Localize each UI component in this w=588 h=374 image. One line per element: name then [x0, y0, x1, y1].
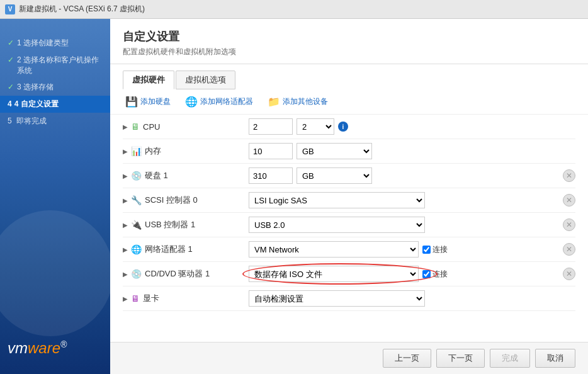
scsi-icon: 🔧 — [131, 195, 142, 205]
add-other-button[interactable]: 📁 添加其他设备 — [265, 94, 331, 109]
expand-icon-cpu[interactable]: ▶ — [123, 123, 128, 130]
cdrom1-select[interactable]: 数据存储 ISO 文件客户端设备主机设备 — [249, 266, 419, 282]
hw-row-display: ▶ 🖥 显卡 自动检测设置 — [123, 286, 575, 311]
sidebar-step-4[interactable]: 44 自定义设置 — [0, 96, 110, 113]
scsi0-select[interactable]: LSI Logic SASLSI Logic ParallelVMware Pa… — [249, 192, 425, 208]
hw-label-text-nic1: 网络适配器 1 — [145, 244, 193, 255]
expand-icon-hdd1[interactable]: ▶ — [123, 173, 128, 179]
hw-label-display: ▶ 🖥 显卡 — [123, 293, 249, 304]
nic-toolbar-icon: 🌐 — [185, 96, 198, 108]
display-select[interactable]: 自动检测设置 — [249, 290, 425, 307]
remove-scsi0-button[interactable]: ✕ — [563, 194, 575, 207]
close-icon: ✕ — [566, 269, 572, 278]
titlebar: V 新建虚拟机 - VCSA (ESXi 6.7 虚拟机) — [0, 0, 588, 19]
cancel-button[interactable]: 取消 — [535, 349, 575, 368]
hdd1-unit-select[interactable]: GB MB — [297, 167, 372, 184]
main-layout: ✓1 选择创建类型✓2 选择名称和客户机操作系统✓3 选择存储44 自定义设置5… — [0, 19, 588, 374]
other-toolbar-icon: 📁 — [268, 96, 280, 108]
hardware-table: ▶ 🖥 CPU 1248 i ▶ 📊 内存 GB MB ▶ 💿 硬盘 1 GB — [110, 115, 588, 342]
net-icon: 🌐 — [131, 244, 142, 254]
hw-row-nic1: ▶ 🌐 网络适配器 1 VM NetworkManagement Network… — [123, 237, 575, 262]
remove-usb1-button[interactable]: ✕ — [563, 218, 575, 231]
hw-row-usb1: ▶ 🔌 USB 控制器 1 USB 2.0USB 3.0 ✕ — [123, 213, 575, 237]
close-icon: ✕ — [566, 245, 572, 254]
memory-unit-select[interactable]: GB MB — [297, 143, 372, 159]
step-check-icon: ✓ — [8, 82, 14, 93]
remove-hdd1-button[interactable]: ✕ — [563, 169, 575, 182]
step-label: 即将完成 — [14, 116, 47, 127]
cd-icon: 💿 — [131, 269, 142, 279]
hw-label-hdd1: ▶ 💿 硬盘 1 — [123, 170, 249, 181]
sidebar-step-3[interactable]: ✓3 选择存储 — [0, 79, 110, 96]
expand-icon-nic1[interactable]: ▶ — [123, 246, 128, 253]
hw-row-scsi0: ▶ 🔧 SCSI 控制器 0 LSI Logic SASLSI Logic Pa… — [123, 188, 575, 213]
step-number: 5 — [8, 116, 12, 127]
sidebar-step-2[interactable]: ✓2 选择名称和客户机操作系统 — [0, 52, 110, 79]
cpu-icon: 🖥 — [131, 122, 140, 132]
finish-button[interactable]: 完成 — [490, 349, 530, 368]
add-nic-label: 添加网络适配器 — [200, 96, 253, 107]
hw-label-nic1: ▶ 🌐 网络适配器 1 — [123, 244, 249, 255]
hdd-toolbar-icon: 💾 — [125, 96, 138, 108]
hw-row-hdd1: ▶ 💿 硬盘 1 GB MB ✕ — [123, 164, 575, 188]
step-number: 4 — [8, 99, 12, 110]
hw-label-text-cpu: CPU — [143, 122, 160, 132]
hw-row-cpu: ▶ 🖥 CPU 1248 i — [123, 115, 575, 139]
add-hdd-button[interactable]: 💾 添加硬盘 — [123, 94, 173, 109]
sidebar-step-1[interactable]: ✓1 选择创建类型 — [0, 35, 110, 52]
usb1-select[interactable]: USB 2.0USB 3.0 — [249, 217, 425, 233]
hdd-icon: 💿 — [131, 171, 142, 181]
hw-controls-hdd1: GB MB ✕ — [249, 167, 575, 184]
info-icon-cpu[interactable]: i — [338, 122, 348, 132]
expand-icon-memory[interactable]: ▶ — [123, 148, 128, 155]
expand-icon-display[interactable]: ▶ — [123, 295, 128, 302]
add-hdd-label: 添加硬盘 — [140, 96, 171, 107]
display-icon: 🖥 — [131, 293, 140, 303]
usb-icon: 🔌 — [131, 220, 142, 230]
hardware-toolbar: 💾 添加硬盘 🌐 添加网络适配器 📁 添加其他设备 — [110, 89, 588, 115]
prev-button[interactable]: 上一页 — [383, 349, 431, 368]
content-header: 自定义设置 配置虚拟机硬件和虚拟机附加选项 — [110, 19, 588, 64]
next-button[interactable]: 下一页 — [436, 349, 485, 368]
nic1-connect-label: 连接 — [422, 244, 448, 255]
sidebar-steps: ✓1 选择创建类型✓2 选择名称和客户机操作系统✓3 选择存储44 自定义设置5… — [0, 28, 110, 332]
remove-cdrom1-button[interactable]: ✕ — [563, 268, 575, 280]
sidebar-logo: vmware® — [0, 332, 110, 365]
app-icon: V — [5, 4, 15, 14]
close-icon: ✕ — [566, 220, 572, 229]
hw-row-cdrom1: ▶ 💿 CD/DVD 驱动器 1 数据存储 ISO 文件客户端设备主机设备 连接… — [123, 262, 575, 286]
close-icon: ✕ — [566, 171, 572, 180]
nic1-select[interactable]: VM NetworkManagement Network — [249, 241, 419, 258]
close-icon: ✕ — [566, 196, 572, 205]
hdd1-value-input[interactable] — [249, 167, 293, 184]
sidebar-step-5[interactable]: 5 即将完成 — [0, 113, 110, 130]
content-area: 自定义设置 配置虚拟机硬件和虚拟机附加选项 虚拟硬件 虚拟机选项 💾 添加硬盘 … — [110, 19, 588, 374]
hw-controls-usb1: USB 2.0USB 3.0 ✕ — [249, 217, 575, 233]
step-label: 4 自定义设置 — [14, 99, 59, 110]
cpu-value-input[interactable] — [249, 118, 293, 135]
step-label: 3 选择存储 — [17, 82, 54, 93]
tab-vm-options[interactable]: 虚拟机选项 — [176, 71, 235, 89]
step-check-icon: ✓ — [8, 38, 14, 48]
add-nic-button[interactable]: 🌐 添加网络适配器 — [183, 94, 256, 109]
footer: 上一页 下一页 完成 取消 — [110, 342, 588, 374]
cdrom1-connect-label: 连接 — [422, 269, 448, 280]
hw-label-cdrom1: ▶ 💿 CD/DVD 驱动器 1 — [123, 268, 249, 280]
expand-icon-cdrom1[interactable]: ▶ — [123, 271, 128, 278]
nic1-connect-text: 连接 — [433, 244, 448, 255]
tab-virtual-hardware[interactable]: 虚拟硬件 — [123, 71, 174, 89]
step-label: 2 选择名称和客户机操作系统 — [17, 55, 103, 76]
tab-bar: 虚拟硬件 虚拟机选项 — [110, 64, 588, 89]
add-other-label: 添加其他设备 — [283, 96, 328, 107]
expand-icon-scsi0[interactable]: ▶ — [123, 197, 128, 204]
expand-icon-usb1[interactable]: ▶ — [123, 222, 128, 229]
hw-label-text-cdrom1: CD/DVD 驱动器 1 — [145, 268, 210, 280]
cpu-select[interactable]: 1248 — [297, 118, 334, 135]
step-check-icon: ✓ — [8, 55, 14, 65]
remove-nic1-button[interactable]: ✕ — [563, 243, 575, 256]
nic1-connect-checkbox[interactable] — [422, 246, 431, 254]
cdrom1-connect-checkbox[interactable] — [422, 270, 431, 278]
hw-label-text-usb1: USB 控制器 1 — [145, 219, 195, 230]
memory-value-input[interactable] — [249, 143, 293, 159]
hw-controls-cdrom1: 数据存储 ISO 文件客户端设备主机设备 连接 ✕ — [249, 266, 575, 282]
